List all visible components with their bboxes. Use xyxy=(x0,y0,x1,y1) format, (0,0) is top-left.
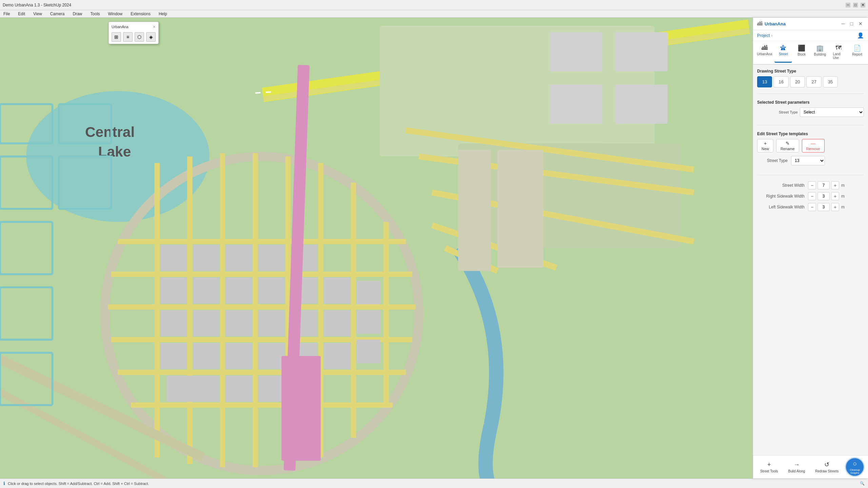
svg-rect-41 xyxy=(259,310,285,336)
minimize-button[interactable]: ─ xyxy=(846,3,850,7)
right-panel: 🏙 UrbanAna ─ □ ✕ Project › 👤 🏙 UrbanAna … xyxy=(753,18,868,479)
street-type-btn-35[interactable]: 35 xyxy=(823,76,838,87)
left-sidewalk-input[interactable] xyxy=(817,203,830,211)
status-search[interactable]: 🔍 xyxy=(860,481,865,486)
menu-extensions[interactable]: Extensions xyxy=(129,12,153,16)
svg-rect-54 xyxy=(324,343,350,369)
block-icon: ⬛ xyxy=(798,44,805,52)
menu-window[interactable]: Window xyxy=(106,12,125,16)
svg-rect-29 xyxy=(193,245,219,271)
status-bar: ℹ Click or drag to select objects. Shift… xyxy=(0,479,868,488)
street-tools-button[interactable]: + Street Tools xyxy=(757,460,781,474)
menu-view[interactable]: View xyxy=(31,12,44,16)
svg-rect-30 xyxy=(226,245,252,271)
street-tools-icon: + xyxy=(767,461,771,468)
nav-item-land-use[interactable]: 🗺 Land Use xyxy=(829,42,848,63)
close-button[interactable]: ✕ xyxy=(861,3,865,7)
nav-label-report: Report xyxy=(852,53,862,56)
svg-rect-39 xyxy=(193,310,219,336)
float-toolbar-close[interactable]: × xyxy=(153,24,156,29)
build-along-button[interactable]: → Build Along xyxy=(785,460,808,474)
svg-rect-31 xyxy=(259,245,285,271)
svg-rect-44 xyxy=(193,343,219,369)
nav-label-land-use: Land Use xyxy=(833,52,844,60)
panel-logo-text: UrbanAna xyxy=(765,21,786,26)
left-sidewalk-decrement[interactable]: − xyxy=(808,203,816,211)
redraw-streets-button[interactable]: ↺ Redraw Streets xyxy=(812,460,841,474)
nav-item-street[interactable]: 🛣 Street xyxy=(774,42,792,63)
nav-item-report[interactable]: 📄 Report xyxy=(848,42,866,63)
svg-rect-7 xyxy=(380,26,655,157)
float-toolbar-icons: ⊞ ≡ ⬡ ◈ xyxy=(112,32,156,42)
street-type-btn-13[interactable]: 13 xyxy=(757,76,772,87)
cube-icon[interactable]: ⬡ xyxy=(135,32,144,42)
drawing-street-type-title: Drawing Street Type xyxy=(757,69,864,74)
panel-minimize-button[interactable]: ─ xyxy=(840,20,846,27)
urbana-icon: 🏙 xyxy=(762,44,768,52)
left-sidewalk-unit: m xyxy=(841,205,845,209)
menu-camera[interactable]: Camera xyxy=(48,12,67,16)
drawing-street-type-section: Drawing Street Type 13 16 20 27 35 xyxy=(757,69,864,87)
street-width-decrement[interactable]: − xyxy=(808,181,816,189)
nav-label-street: Street xyxy=(779,52,788,56)
maximize-button[interactable]: □ xyxy=(853,3,858,7)
nav-item-building[interactable]: 🏢 Building xyxy=(811,42,829,63)
new-template-button[interactable]: + New xyxy=(757,139,773,152)
svg-rect-12 xyxy=(615,84,668,124)
remove-template-button[interactable]: — Remove xyxy=(802,139,825,152)
street-type-btn-20[interactable]: 20 xyxy=(790,76,805,87)
menu-draw[interactable]: Draw xyxy=(71,12,84,16)
right-sidewalk-increment[interactable]: + xyxy=(831,192,839,200)
svg-rect-59 xyxy=(281,356,321,461)
report-icon: 📄 xyxy=(853,44,861,52)
svg-rect-45 xyxy=(226,343,252,369)
shape-icon[interactable]: ◈ xyxy=(146,32,156,42)
street-width-increment[interactable]: + xyxy=(831,181,839,189)
grid-icon[interactable]: ⊞ xyxy=(112,32,121,42)
street-width-label: Street Width xyxy=(757,183,805,188)
menu-edit[interactable]: Edit xyxy=(16,12,27,16)
right-sidewalk-decrement[interactable]: − xyxy=(808,192,816,200)
status-right: 🔍 xyxy=(860,481,865,486)
street-type-param-label: Street Type xyxy=(757,110,798,114)
svg-text:Central: Central xyxy=(85,124,135,140)
street-type-select[interactable]: Select 13 16 20 27 35 xyxy=(800,107,864,117)
template-street-type-select[interactable]: 13 16 20 27 35 xyxy=(791,156,825,165)
menu-help[interactable]: Help xyxy=(157,12,169,16)
status-text: Click or drag to select objects. Shift =… xyxy=(8,482,149,486)
st-type-label: Street Type xyxy=(757,158,788,163)
divider-1 xyxy=(757,94,864,94)
nav-item-block[interactable]: ⬛ Block xyxy=(793,42,810,63)
menu-file[interactable]: File xyxy=(1,12,12,16)
cleanup-graphs-label: Cleanup Graphs xyxy=(847,468,863,474)
menu-tools[interactable]: Tools xyxy=(88,12,102,16)
left-sidewalk-increment[interactable]: + xyxy=(831,203,839,211)
building-icon: 🏢 xyxy=(816,44,824,52)
nav-label-building: Building xyxy=(814,53,826,56)
street-width-unit: m xyxy=(841,183,845,188)
right-sidewalk-input[interactable] xyxy=(817,192,830,200)
street-width-input[interactable] xyxy=(817,181,830,189)
street-type-btn-27[interactable]: 27 xyxy=(806,76,821,87)
street-type-btn-16[interactable]: 16 xyxy=(773,76,788,87)
svg-rect-38 xyxy=(160,310,186,336)
edit-templates-section: Edit Street Type templates + New ✎ Renam… xyxy=(757,131,864,169)
cleanup-graphs-button[interactable]: ○ Cleanup Graphs xyxy=(846,458,864,476)
status-icon: ℹ xyxy=(3,481,5,486)
rename-template-label: Rename xyxy=(781,147,795,151)
main-layout: Central Lake E/ W Boulevard xyxy=(0,18,868,479)
panel-maximize-button[interactable]: □ xyxy=(849,20,854,27)
svg-rect-57 xyxy=(357,340,380,363)
right-sidewalk-row: Right Sidewalk Width − + m xyxy=(757,192,864,200)
map-area[interactable]: Central Lake E/ W Boulevard xyxy=(0,18,753,479)
panel-close-button[interactable]: ✕ xyxy=(857,20,864,27)
breadcrumb-project[interactable]: Project xyxy=(757,33,770,38)
nav-item-urbana[interactable]: 🏙 UrbanAna xyxy=(755,42,774,63)
nav-label-block: Block xyxy=(797,53,806,56)
user-icon: 👤 xyxy=(857,32,864,39)
layers-icon[interactable]: ≡ xyxy=(123,32,133,42)
template-btn-row: + New ✎ Rename — Remove xyxy=(757,139,864,152)
svg-rect-11 xyxy=(550,84,602,124)
left-sidewalk-row: Left Sidewalk Width − + m xyxy=(757,203,864,211)
rename-template-button[interactable]: ✎ Rename xyxy=(776,139,799,152)
